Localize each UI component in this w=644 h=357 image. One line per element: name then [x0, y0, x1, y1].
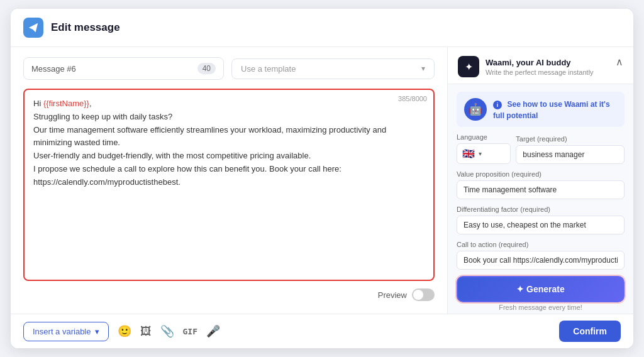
ai-title-group: Waami, your AI buddy Write the perfect m… [486, 58, 594, 76]
insert-variable-chevron-icon: ▾ [95, 327, 99, 336]
language-chevron-icon: ▾ [479, 150, 482, 157]
target-input[interactable] [516, 145, 625, 164]
message-area-wrapper: 385/8000 Hi {{firstName}}, Struggling to… [23, 89, 435, 281]
cta-input[interactable] [457, 251, 625, 270]
ai-header: ✦ Waami, your AI buddy Write the perfect… [448, 47, 633, 84]
ai-header-left: ✦ Waami, your AI buddy Write the perfect… [458, 56, 594, 77]
microphone-icon[interactable]: 🎤 [206, 324, 220, 338]
app-logo [23, 18, 43, 38]
main-window: Edit message Message #6 40 Use a templat… [11, 9, 633, 348]
image-icon[interactable]: 🖼 [140, 325, 152, 338]
collapse-button[interactable]: ∧ [616, 56, 623, 68]
message-count: 40 [197, 63, 216, 74]
preview-toggle-switch[interactable] [412, 288, 435, 301]
insert-variable-label: Insert a variable [33, 327, 91, 336]
message-label-box: Message #6 40 [23, 57, 224, 80]
template-dropdown[interactable]: Use a template ▾ [231, 58, 435, 79]
preview-label: Preview [378, 290, 407, 300]
attachment-icon[interactable]: 📎 [160, 324, 174, 338]
generate-section: ✦ Generate Fresh message every time! [457, 276, 625, 311]
header: Edit message [11, 9, 633, 47]
generate-button[interactable]: ✦ Generate [457, 276, 625, 302]
preview-toggle: Preview [378, 288, 435, 301]
language-target-row: Language 🇬🇧 ▾ Target (required) [457, 133, 625, 164]
bottom-controls: Preview [23, 281, 435, 304]
chevron-down-icon: ▾ [421, 64, 425, 73]
main-content: Message #6 40 Use a template ▾ 385/8000 … [11, 47, 633, 314]
top-controls: Message #6 40 Use a template ▾ [23, 57, 435, 80]
right-panel: ✦ Waami, your AI buddy Write the perfect… [448, 47, 633, 314]
target-field-group: Target (required) [516, 135, 625, 164]
left-panel: Message #6 40 Use a template ▾ 385/8000 … [11, 47, 448, 314]
diff-factor-field-group: Differentiating factor (required) [457, 206, 625, 234]
value-prop-label: Value proposition (required) [457, 170, 625, 178]
page-title: Edit message [51, 21, 120, 34]
diff-factor-label: Differentiating factor (required) [457, 206, 625, 213]
firstname-variable: {{firstName}} [43, 99, 89, 108]
emoji-icon[interactable]: 🙂 [118, 324, 131, 338]
template-dropdown-text: Use a template [241, 64, 296, 74]
message-text[interactable]: Hi {{firstName}}, Struggling to keep up … [33, 97, 425, 272]
ai-title: Waami, your AI buddy [486, 58, 594, 67]
char-count: 385/8000 [398, 95, 427, 102]
ai-subtitle: Write the perfect message instantly [486, 69, 594, 76]
language-select[interactable]: 🇬🇧 ▾ [457, 143, 511, 164]
cta-field-group: Call to action (required) [457, 241, 625, 270]
toolbar-icons: 🙂 🖼 📎 GIF 🎤 [118, 324, 220, 338]
robot-banner-text: i See how to use Waami at it's full pote… [493, 98, 617, 121]
insert-variable-button[interactable]: Insert a variable ▾ [23, 322, 109, 341]
confirm-button[interactable]: Confirm [559, 321, 621, 342]
info-icon: i [493, 101, 502, 109]
target-label: Target (required) [516, 135, 625, 143]
robot-icon: 🤖 [464, 98, 487, 121]
diff-factor-input[interactable] [457, 216, 625, 234]
toolbar: Insert a variable ▾ 🙂 🖼 📎 GIF 🎤 Confirm [11, 314, 633, 348]
flag-icon: 🇬🇧 [462, 148, 475, 160]
robot-banner: 🤖 i See how to use Waami at it's full po… [457, 92, 625, 127]
gif-icon[interactable]: GIF [183, 327, 197, 336]
robot-banner-link[interactable]: See how to use Waami at it's full potent… [493, 100, 610, 120]
language-field-group: Language 🇬🇧 ▾ [457, 133, 511, 164]
message-label: Message #6 [31, 64, 76, 74]
generate-sublabel: Fresh message every time! [457, 304, 625, 311]
cta-label: Call to action (required) [457, 241, 625, 248]
value-prop-input[interactable] [457, 180, 625, 199]
language-label: Language [457, 133, 511, 141]
ai-body: 🤖 i See how to use Waami at it's full po… [448, 84, 633, 314]
value-prop-field-group: Value proposition (required) [457, 170, 625, 199]
ai-icon: ✦ [458, 56, 479, 77]
